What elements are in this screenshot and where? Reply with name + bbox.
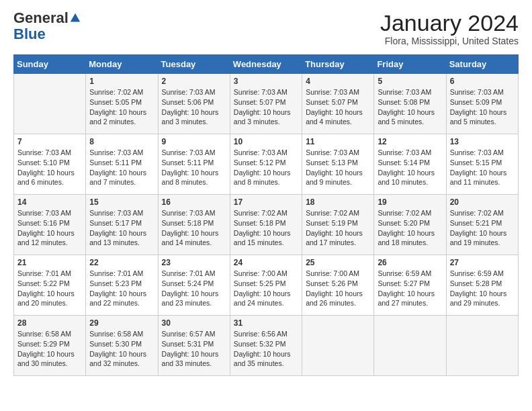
- cell-text: Daylight: 10 hours: [162, 107, 226, 118]
- cell-text: Sunset: 5:28 PM: [450, 279, 515, 289]
- day-number: 25: [306, 258, 370, 267]
- cell-text: Sunrise: 7:03 AM: [17, 208, 82, 218]
- calendar-cell: 28Sunrise: 6:58 AMSunset: 5:29 PMDayligh…: [14, 316, 86, 376]
- cell-text: and 5 minutes.: [378, 117, 442, 127]
- cell-text: Sunrise: 7:02 AM: [450, 208, 515, 218]
- cell-text: Daylight: 10 hours: [89, 289, 154, 299]
- cell-text: Sunrise: 7:01 AM: [89, 269, 154, 279]
- cell-text: Daylight: 10 hours: [378, 107, 442, 118]
- cell-text: and 29 minutes.: [450, 298, 515, 308]
- day-number: 1: [89, 77, 154, 86]
- cell-text: Sunrise: 6:57 AM: [162, 329, 226, 339]
- calendar-cell: 7Sunrise: 7:03 AMSunset: 5:10 PMDaylight…: [14, 134, 86, 195]
- calendar-table: SundayMondayTuesdayWednesdayThursdayFrid…: [13, 54, 519, 376]
- cell-text: Daylight: 10 hours: [162, 349, 226, 359]
- cell-text: Sunset: 5:11 PM: [89, 158, 154, 168]
- calendar-cell: 20Sunrise: 7:02 AMSunset: 5:21 PMDayligh…: [446, 195, 518, 255]
- cell-text: Sunrise: 7:00 AM: [234, 269, 298, 279]
- calendar-cell: 5Sunrise: 7:03 AMSunset: 5:08 PMDaylight…: [374, 74, 446, 134]
- title-block: January 2024 Flora, Mississippi, United …: [380, 11, 519, 46]
- day-number: 18: [306, 197, 370, 207]
- day-number: 21: [17, 258, 82, 267]
- calendar-cell: [374, 316, 446, 376]
- cell-text: and 12 minutes.: [17, 238, 82, 248]
- cell-text: Sunrise: 7:02 AM: [234, 208, 298, 218]
- calendar-cell: 21Sunrise: 7:01 AMSunset: 5:22 PMDayligh…: [14, 255, 86, 316]
- cell-text: Sunset: 5:14 PM: [378, 158, 442, 168]
- cell-text: Daylight: 10 hours: [234, 107, 298, 118]
- cell-text: and 15 minutes.: [234, 238, 298, 248]
- cell-text: Sunrise: 6:58 AM: [89, 329, 154, 339]
- calendar-cell: 18Sunrise: 7:02 AMSunset: 5:19 PMDayligh…: [302, 195, 374, 255]
- cell-text: Sunrise: 7:03 AM: [89, 148, 154, 158]
- day-header-wednesday: Wednesday: [230, 55, 302, 74]
- calendar-cell: 17Sunrise: 7:02 AMSunset: 5:18 PMDayligh…: [230, 195, 302, 255]
- day-number: 4: [306, 77, 370, 86]
- day-header-thursday: Thursday: [302, 55, 374, 74]
- cell-text: Daylight: 10 hours: [17, 228, 82, 238]
- cell-text: Daylight: 10 hours: [234, 289, 298, 299]
- cell-text: Sunrise: 7:02 AM: [378, 208, 442, 218]
- day-number: 23: [162, 258, 226, 267]
- day-number: 24: [234, 258, 298, 267]
- cell-text: Sunset: 5:29 PM: [17, 339, 82, 349]
- day-header-sunday: Sunday: [14, 55, 86, 74]
- calendar-cell: 25Sunrise: 7:00 AMSunset: 5:26 PMDayligh…: [302, 255, 374, 316]
- calendar-cell: 4Sunrise: 7:03 AMSunset: 5:07 PMDaylight…: [302, 74, 374, 134]
- logo-general: General: [13, 11, 69, 26]
- cell-text: Sunset: 5:18 PM: [162, 218, 226, 228]
- cell-text: and 19 minutes.: [450, 238, 515, 248]
- cell-text: Sunrise: 7:03 AM: [306, 87, 370, 97]
- cell-text: Sunset: 5:12 PM: [234, 158, 298, 168]
- logo-blue-text: Blue: [13, 26, 46, 43]
- cell-text: Sunset: 5:11 PM: [162, 158, 226, 168]
- cell-text: Sunset: 5:07 PM: [306, 97, 370, 107]
- cell-text: and 3 minutes.: [162, 117, 226, 127]
- cell-text: and 22 minutes.: [89, 298, 154, 308]
- day-number: 17: [234, 197, 298, 207]
- day-header-friday: Friday: [374, 55, 446, 74]
- day-number: 6: [450, 77, 515, 86]
- day-header-saturday: Saturday: [446, 55, 518, 74]
- calendar-cell: 3Sunrise: 7:03 AMSunset: 5:07 PMDaylight…: [230, 74, 302, 134]
- cell-text: Sunset: 5:31 PM: [162, 339, 226, 349]
- cell-text: and 2 minutes.: [89, 117, 154, 127]
- cell-text: and 18 minutes.: [378, 238, 442, 248]
- cell-text: Sunrise: 7:01 AM: [162, 269, 226, 279]
- cell-text: Daylight: 10 hours: [162, 289, 226, 299]
- calendar-cell: 24Sunrise: 7:00 AMSunset: 5:25 PMDayligh…: [230, 255, 302, 316]
- day-number: 20: [450, 197, 515, 207]
- day-number: 11: [306, 137, 370, 146]
- cell-text: Sunrise: 6:56 AM: [234, 329, 298, 339]
- cell-text: Sunset: 5:18 PM: [234, 218, 298, 228]
- cell-text: Daylight: 10 hours: [450, 289, 515, 299]
- cell-text: Daylight: 10 hours: [89, 228, 154, 238]
- cell-text: Sunset: 5:17 PM: [89, 218, 154, 228]
- cell-text: Sunrise: 7:00 AM: [306, 269, 370, 279]
- cell-text: and 9 minutes.: [306, 177, 370, 187]
- cell-text: Daylight: 10 hours: [450, 168, 515, 178]
- day-number: 26: [378, 258, 442, 267]
- cell-text: and 23 minutes.: [162, 298, 226, 308]
- cell-text: Daylight: 10 hours: [306, 228, 370, 238]
- day-number: 22: [89, 258, 154, 267]
- calendar-cell: 30Sunrise: 6:57 AMSunset: 5:31 PMDayligh…: [158, 316, 230, 376]
- week-row-4: 21Sunrise: 7:01 AMSunset: 5:22 PMDayligh…: [14, 255, 519, 316]
- logo: General Blue: [13, 11, 81, 43]
- calendar-cell: [14, 74, 86, 134]
- day-number: 10: [234, 137, 298, 146]
- cell-text: Sunrise: 7:03 AM: [306, 148, 370, 158]
- day-number: 8: [89, 137, 154, 146]
- cell-text: Sunset: 5:08 PM: [378, 97, 442, 107]
- month-title: January 2024: [380, 11, 519, 36]
- day-number: 30: [162, 318, 226, 328]
- cell-text: and 3 minutes.: [234, 117, 298, 127]
- cell-text: Sunset: 5:05 PM: [89, 97, 154, 107]
- cell-text: Daylight: 10 hours: [306, 107, 370, 118]
- day-number: 14: [17, 197, 82, 207]
- cell-text: Sunset: 5:24 PM: [162, 279, 226, 289]
- calendar-cell: 16Sunrise: 7:03 AMSunset: 5:18 PMDayligh…: [158, 195, 230, 255]
- cell-text: Daylight: 10 hours: [450, 228, 515, 238]
- calendar-cell: 8Sunrise: 7:03 AMSunset: 5:11 PMDaylight…: [86, 134, 158, 195]
- calendar-cell: [446, 316, 518, 376]
